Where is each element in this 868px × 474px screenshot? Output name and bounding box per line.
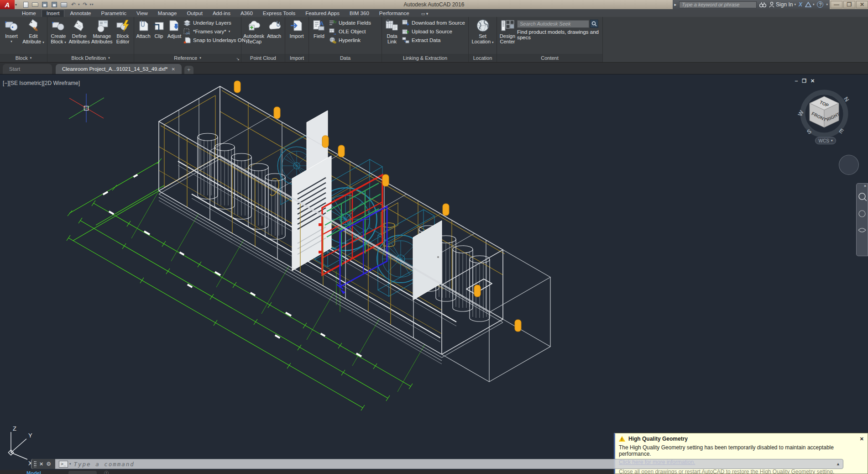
- attach-button[interactable]: Attach: [136, 18, 151, 39]
- sign-in-button[interactable]: Sign In ▾: [769, 1, 796, 8]
- create-block-button[interactable]: Create Block ▾: [49, 18, 68, 45]
- panel-label-content[interactable]: Content: [497, 54, 602, 62]
- app-logo[interactable]: A: [0, 0, 15, 9]
- upload-to-source-button[interactable]: Upload to Source: [402, 28, 465, 35]
- help-caret-icon[interactable]: ▾: [826, 3, 828, 6]
- tab-start[interactable]: Start: [3, 64, 52, 74]
- undo-caret-icon[interactable]: ▾: [78, 3, 80, 6]
- panel-label-data[interactable]: Data: [309, 54, 382, 62]
- command-history-toggle-icon[interactable]: ▲: [836, 462, 840, 466]
- recent-commands-caret-icon[interactable]: ▾: [69, 462, 71, 466]
- customize-wrench-icon[interactable]: ⚙: [46, 461, 51, 467]
- tab-output[interactable]: Output: [182, 10, 207, 17]
- panel-label-reference[interactable]: Reference▾↘: [134, 54, 241, 62]
- keyword-search-input[interactable]: [679, 1, 757, 8]
- a360-caret-icon[interactable]: ▾: [813, 3, 815, 6]
- download-from-source-button[interactable]: Download from Source: [402, 19, 465, 26]
- insert-button[interactable]: Insert▾: [2, 18, 21, 44]
- panel-label-location[interactable]: Location: [469, 54, 497, 62]
- search-collapse-icon[interactable]: ▸: [675, 2, 677, 7]
- command-line-grip[interactable]: ✕ ⚙: [31, 459, 55, 469]
- autodesk-seek-input[interactable]: [517, 20, 589, 28]
- hyperlink-button[interactable]: Hyperlink: [329, 37, 371, 44]
- app-menu-caret-icon[interactable]: ▾: [15, 3, 17, 7]
- wcs-dropdown[interactable]: WCS▾: [815, 137, 836, 144]
- define-attributes-button[interactable]: Define Attributes: [68, 18, 90, 44]
- plot-button[interactable]: [60, 1, 68, 8]
- underlay-layers-button[interactable]: Underlay Layers: [183, 19, 250, 26]
- tab-a360[interactable]: A360: [236, 10, 257, 17]
- command-prompt-icon[interactable]: >_: [59, 461, 68, 468]
- command-line-bar[interactable]: ✕ ⚙ >_ ▾ ▲: [31, 459, 843, 469]
- drawing-minimize-icon[interactable]: ‒: [795, 78, 798, 84]
- panel-label-block[interactable]: Block▾: [0, 54, 47, 62]
- attach-point-cloud-button[interactable]: Attach: [265, 18, 283, 39]
- snap-to-underlays-button[interactable]: Snap to Underlays ON ▾: [183, 37, 250, 44]
- tab-add-ins[interactable]: Add-ins: [208, 10, 235, 17]
- model-tab[interactable]: Model: [26, 470, 41, 474]
- field-button[interactable]: A Field: [311, 18, 327, 39]
- panel-label-block-definition[interactable]: Block Definition▾: [47, 54, 134, 62]
- tab-home[interactable]: Home: [17, 10, 41, 17]
- tab-featured-apps[interactable]: Featured Apps: [301, 10, 344, 17]
- update-fields-button[interactable]: ↻ Update Fields: [329, 19, 371, 26]
- exchange-apps-icon[interactable]: X: [799, 1, 802, 8]
- tab-bim-360[interactable]: BIM 360: [345, 10, 374, 17]
- edit-attribute-button[interactable]: ✎ Edit Attribute ▾: [22, 18, 45, 45]
- new-drawing-tab-button[interactable]: +: [184, 66, 193, 74]
- frames-vary-button[interactable]: (x) *Frames vary* ▾: [183, 28, 250, 35]
- tab-express-tools[interactable]: Express Tools: [258, 10, 300, 17]
- minimize-button[interactable]: —: [831, 1, 842, 8]
- redo-caret-icon[interactable]: ▾: [90, 3, 92, 6]
- save-as-button[interactable]: [50, 1, 58, 8]
- tab-view[interactable]: View: [132, 10, 152, 17]
- autodesk-recap-button[interactable]: Autodesk ReCap: [243, 18, 264, 44]
- new-layout-button[interactable]: +: [104, 471, 109, 474]
- command-input[interactable]: [74, 461, 837, 468]
- save-button[interactable]: [41, 1, 49, 8]
- seek-search-button[interactable]: [590, 20, 598, 28]
- ribbon-display-toggle[interactable]: ▭ ▾: [421, 11, 429, 17]
- tab-manage[interactable]: Manage: [153, 10, 182, 17]
- a360-icon[interactable]: ▾: [805, 2, 815, 7]
- panel-label-point-cloud[interactable]: Point Cloud: [241, 54, 285, 62]
- adjust-button[interactable]: Adjust: [167, 18, 182, 39]
- sign-in-caret-icon[interactable]: ▾: [794, 3, 796, 6]
- extract-data-button[interactable]: Extract Data: [402, 37, 465, 44]
- navigation-wheel-button[interactable]: [839, 155, 859, 175]
- viewport-visual-style-control[interactable]: [2D Wireframe]: [43, 80, 80, 86]
- qat-customize-caret-icon[interactable]: ▾: [92, 3, 94, 6]
- drawing-close-icon[interactable]: ✕: [810, 78, 815, 84]
- help-button[interactable]: ?: [817, 1, 823, 8]
- tab-annotate[interactable]: Annotate: [65, 10, 95, 17]
- data-link-button[interactable]: Data Link: [384, 18, 400, 44]
- drag-handle-icon[interactable]: [34, 461, 37, 467]
- clip-button[interactable]: Clip: [152, 18, 166, 39]
- close-button[interactable]: ✕: [856, 1, 868, 8]
- viewport-minus-control[interactable]: [−]: [3, 80, 9, 86]
- drawing-restore-icon[interactable]: ❐: [802, 78, 806, 84]
- panel-label-linking[interactable]: Linking & Extraction: [382, 54, 468, 62]
- tab-insert[interactable]: Insert: [42, 10, 65, 17]
- design-center-button[interactable]: Design Center: [499, 18, 516, 44]
- new-file-button[interactable]: [21, 1, 30, 8]
- tab-drawing[interactable]: Cleanroom Project_A...91021_14_53_49.dxf…: [56, 64, 182, 74]
- restore-button[interactable]: ❐: [843, 1, 855, 8]
- navigation-bar[interactable]: ✕: [856, 183, 868, 256]
- undo-button[interactable]: ↶: [69, 1, 78, 8]
- drawing-viewport[interactable]: [−] [SE Isometric] [2D Wireframe] ‒ ❐ ✕ …: [0, 74, 868, 474]
- notification-close-icon[interactable]: ✕: [860, 436, 864, 442]
- redo-button[interactable]: ↷: [81, 1, 89, 8]
- viewport-view-control[interactable]: [SE Isometric]: [9, 80, 43, 86]
- open-file-button[interactable]: [31, 1, 39, 8]
- tab-performance[interactable]: Performance: [375, 10, 414, 17]
- ole-object-button[interactable]: OLE Object: [329, 28, 371, 35]
- set-location-button[interactable]: Set Location ▾: [471, 18, 494, 45]
- navbar-close-icon[interactable]: ✕: [863, 184, 867, 188]
- import-button[interactable]: Import: [287, 18, 306, 39]
- panel-launcher-icon[interactable]: ↘: [236, 57, 240, 61]
- search-binoculars-icon[interactable]: [759, 2, 766, 7]
- close-tab-icon[interactable]: ✕: [171, 67, 175, 72]
- manage-attributes-button[interactable]: Manage Attributes: [91, 18, 113, 44]
- layout-tab[interactable]: [68, 471, 97, 474]
